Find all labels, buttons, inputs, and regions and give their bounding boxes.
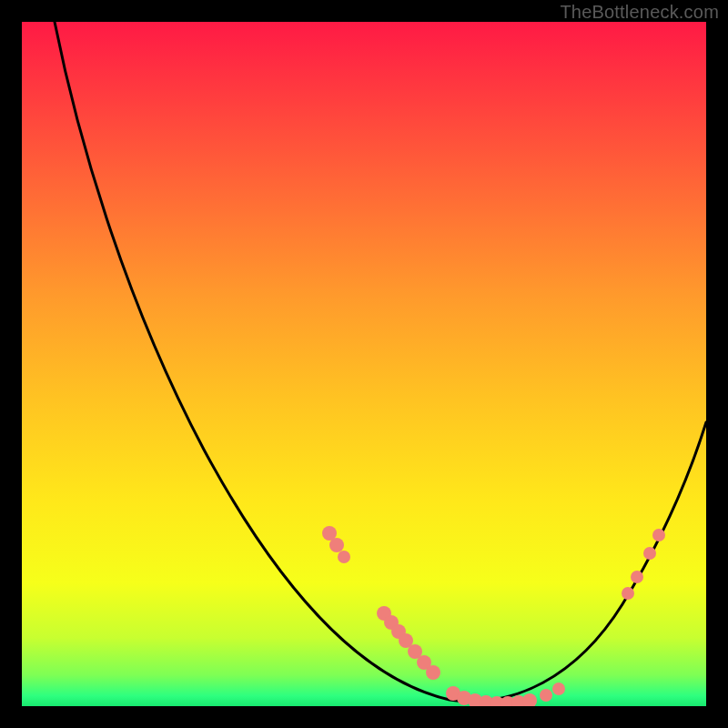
data-point-marker (652, 529, 665, 541)
data-point-marker (329, 538, 344, 552)
data-point-marker (643, 547, 656, 560)
bottleneck-curve (55, 22, 706, 702)
data-point-marker (338, 551, 350, 563)
data-point-marker (540, 689, 552, 702)
data-point-marker (522, 693, 537, 706)
data-point-marker (631, 571, 643, 583)
data-point-marker (426, 665, 440, 680)
chart-stage: TheBottleneck.com (0, 0, 728, 728)
plot-area (22, 22, 706, 706)
data-point-marker (552, 682, 565, 695)
watermark-text: TheBottleneck.com (560, 2, 719, 23)
chart-svg (22, 22, 706, 706)
data-point-marker (622, 587, 634, 600)
